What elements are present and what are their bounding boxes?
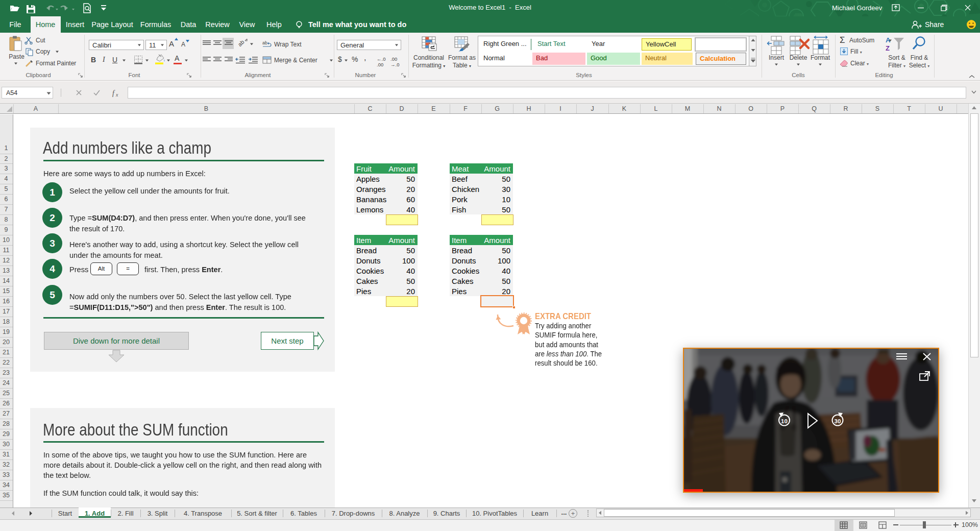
svg-text:x: x <box>115 92 118 98</box>
svg-text:ab: ab <box>262 40 267 45</box>
svg-text:ab: ab <box>238 39 246 47</box>
svg-text:Share: Share <box>925 20 944 29</box>
svg-text:10: 10 <box>781 418 788 424</box>
svg-text:A: A <box>886 36 891 44</box>
svg-text:30: 30 <box>835 418 841 424</box>
svg-text:f: f <box>112 89 115 97</box>
svg-text:Z: Z <box>886 44 890 52</box>
